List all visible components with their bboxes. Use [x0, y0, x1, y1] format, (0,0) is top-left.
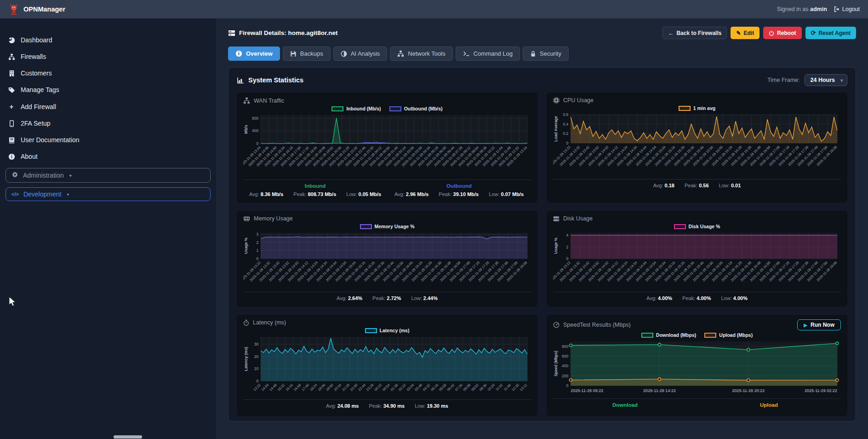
sidebar-item-2fa-setup[interactable]: 2FA Setup [0, 116, 216, 130]
memory-icon [243, 216, 250, 222]
low-value: 0.05 Mb/s [359, 191, 382, 197]
development-dropdown[interactable]: </> Development ▾ [6, 187, 211, 201]
legend-item: Latency (ms) [365, 328, 410, 333]
legend-swatch [641, 333, 653, 338]
svg-text:800: 800 [562, 344, 569, 349]
svg-text:200: 200 [562, 374, 569, 378]
svg-text:04:32: 04:32 [422, 383, 431, 392]
terminal-icon [463, 51, 470, 57]
sidebar-item-firewalls[interactable]: Firewalls [0, 50, 216, 64]
phone-icon [7, 120, 16, 127]
pie-chart-icon [7, 37, 16, 44]
tab-label: Command Log [474, 50, 513, 57]
sidebar-item-label: Dashboard [21, 36, 52, 44]
main-content: Firewall Details: home.agit8or.net ← Bac… [216, 18, 868, 439]
play-icon: ▶ [804, 323, 807, 328]
svg-text:0: 0 [257, 141, 259, 146]
chart-cpu: 2025-11-28 13:222025-11-28 13:322025-11-… [553, 112, 841, 176]
avg-value: 2.64% [348, 295, 362, 301]
svg-text:09:36: 09:36 [479, 383, 488, 392]
lock-icon [530, 51, 536, 57]
svg-text:2: 2 [566, 245, 569, 249]
peak-value: 0.56 [699, 183, 708, 188]
tab-label: AI Analysis [351, 50, 380, 57]
signed-in-text: Signed in as admin [777, 6, 827, 12]
legend-item: Memory Usage % [360, 224, 415, 229]
refresh-icon: ⟳ [811, 29, 816, 36]
stats-row: Avg: 0.18Peak: 0.56Low: 0.01 [553, 183, 841, 188]
info-icon [7, 153, 16, 160]
tab-command-log[interactable]: Command Log [456, 46, 520, 61]
panel-memory: Memory UsageMemory Usage %2025-11-28 13:… [237, 211, 537, 306]
cpu-icon [553, 97, 560, 104]
avg-value: 2.96 Mb/s [406, 191, 429, 197]
stats-heading: Download [553, 402, 697, 408]
network-icon [243, 97, 250, 104]
stats-row: Avg: 4.00%Peak: 4.00%Low: 4.00% [553, 295, 841, 301]
tab-overview[interactable]: Overview [228, 46, 280, 61]
chart-legend: Memory Usage % [243, 224, 531, 229]
run-now-button[interactable]: ▶Run Now [797, 319, 841, 330]
sidebar-item-customers[interactable]: Customers [0, 66, 216, 80]
stats-row: Avg: 8.36 Mb/sPeak: 808.73 Mb/sLow: 0.05… [243, 191, 387, 197]
svg-text:12:30: 12:30 [511, 383, 520, 392]
back-to-firewalls-button[interactable]: ← Back to Firewalls [662, 27, 727, 39]
panel-cpu: CPU Usage1 min avg2025-11-28 13:222025-1… [547, 92, 847, 202]
svg-text:07:26: 07:26 [454, 383, 463, 392]
svg-text:Mb/s: Mb/s [244, 125, 248, 134]
sidebar: DashboardFirewallsCustomersManage Tags+A… [0, 18, 216, 439]
arrow-left-icon: ← [668, 30, 674, 36]
reset-agent-button[interactable]: ⟳ Reset Agent [805, 27, 856, 39]
horizontal-scrollbar-thumb[interactable] [114, 435, 142, 439]
sidebar-item-about[interactable]: About [0, 150, 216, 163]
sidebar-item-dashboard[interactable]: Dashboard [0, 33, 216, 47]
legend-item: Upload (Mbps) [704, 332, 753, 338]
legend-swatch [360, 224, 372, 229]
divider [553, 399, 841, 399]
peak-value: 4.00% [697, 295, 711, 301]
tab-security[interactable]: Security [523, 46, 569, 61]
sidebar-item-label: Firewalls [21, 53, 46, 60]
peak-value: 39.10 Mb/s [453, 191, 479, 197]
administration-dropdown[interactable]: Administration ▾ [6, 168, 211, 183]
tab-network-tools[interactable]: Network Tools [390, 46, 452, 61]
svg-text:11:46: 11:46 [503, 383, 512, 392]
logout-button[interactable]: Logout [834, 6, 860, 12]
svg-text:19:50: 19:50 [325, 383, 334, 392]
time-frame-select[interactable]: 24 Hours [805, 74, 848, 86]
svg-text:2025-11-28 20:22: 2025-11-28 20:22 [732, 388, 765, 393]
panel-title: Latency (ms) [253, 319, 286, 326]
svg-text:16:16: 16:16 [285, 383, 294, 392]
svg-text:0: 0 [257, 256, 259, 261]
svg-text:18:24: 18:24 [309, 383, 318, 392]
sidebar-item-label: User Documentation [21, 136, 80, 144]
legend-swatch [389, 106, 401, 111]
disk-icon [553, 216, 560, 222]
sidebar-item-label: Manage Tags [21, 86, 59, 93]
svg-text:2: 2 [257, 240, 259, 245]
legend-item: Outbound (Mb/s) [389, 106, 443, 111]
tab-backups[interactable]: Backups [283, 46, 331, 61]
panel-title: Disk Usage [563, 215, 593, 222]
svg-text:800: 800 [252, 116, 259, 121]
reboot-button[interactable]: Reboot [763, 27, 801, 39]
sidebar-item-add-firewall[interactable]: +Add Firewall [0, 99, 216, 114]
legend-item: 1 min avg [679, 105, 715, 111]
tag-icon [7, 87, 16, 93]
username: admin [810, 6, 827, 12]
svg-text:05:16: 05:16 [430, 383, 439, 392]
svg-text:22:44: 22:44 [357, 383, 366, 392]
edit-button[interactable]: ✎ Edit [731, 27, 760, 39]
svg-text:03:48: 03:48 [414, 383, 423, 392]
low-value: 0.01 [731, 183, 741, 188]
svg-text:Usage %: Usage % [554, 237, 558, 254]
tab-ai-analysis[interactable]: AI Analysis [333, 46, 388, 61]
panel-wan: WAN TrafficInbound (Mb/s)Outbound (Mb/s)… [237, 92, 537, 202]
svg-text:17:40: 17:40 [301, 383, 310, 392]
sidebar-item-user-documentation[interactable]: User Documentation [0, 133, 216, 147]
sidebar-item-manage-tags[interactable]: Manage Tags [0, 83, 216, 97]
chart-memory: 2025-11-28 13:222025-11-28 13:322025-11-… [243, 230, 531, 289]
svg-text:14:04: 14:04 [261, 383, 270, 392]
svg-text:05:58: 05:58 [438, 383, 447, 392]
system-statistics-card: System Statistics Time Frame: 24 Hours W… [228, 67, 856, 422]
